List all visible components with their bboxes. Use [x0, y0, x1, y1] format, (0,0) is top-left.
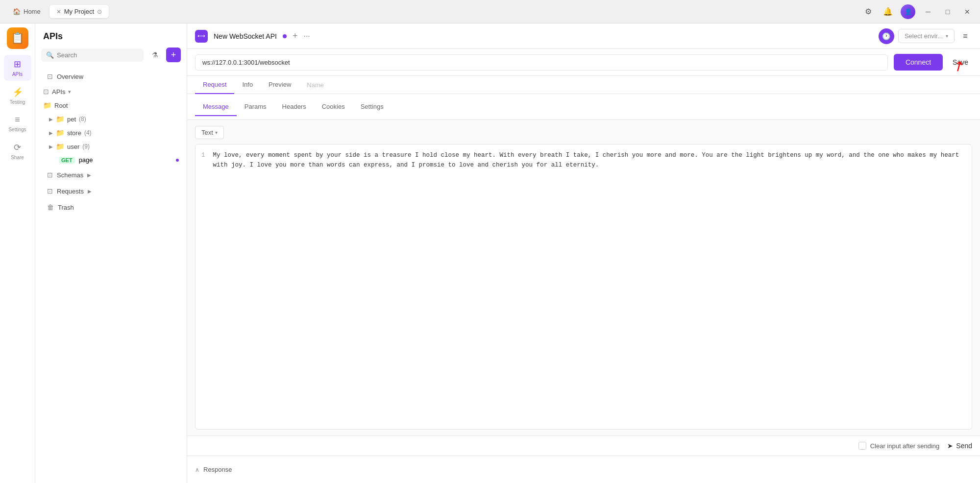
apis-section-label: APIs [52, 88, 65, 96]
tab-preview-label: Preview [269, 81, 291, 88]
share-nav-label: Share [11, 155, 24, 160]
format-selector[interactable]: Text ▾ [195, 126, 224, 139]
msg-tab-params[interactable]: Params [237, 98, 274, 116]
store-folder-label: store [67, 129, 81, 137]
format-label: Text [201, 129, 213, 136]
pet-chevron-icon: ▶ [49, 117, 53, 122]
env-select-dropdown[interactable]: Select envir... ▾ [898, 29, 955, 43]
avatar[interactable]: 👤 [901, 4, 915, 19]
nav-user-folder[interactable]: ▶ 📁 user (9) [35, 140, 187, 153]
nav-apis-section[interactable]: ⊡ APIs ▾ [35, 85, 187, 98]
trash-label: Trash [58, 204, 74, 211]
page-endpoint-label: page [79, 156, 93, 164]
msg-tab-params-label: Params [245, 103, 267, 110]
title-bar-actions: ⚙ 🔔 👤 ─ □ ✕ [861, 4, 974, 19]
project-settings-icon[interactable]: ⊙ [97, 8, 102, 15]
send-bar: Clear input after sending ➤ Send [187, 435, 980, 456]
app-logo: 📋 [7, 27, 28, 49]
add-button[interactable]: + [166, 48, 181, 62]
tab-project[interactable]: ✕ My Project ⊙ [49, 5, 109, 18]
message-text-content[interactable]: My love, every moment spent by your side… [213, 150, 966, 170]
code-line-1: 1 My love, every moment spent by your si… [201, 150, 966, 170]
tab-request[interactable]: Request [195, 76, 234, 94]
hamburger-menu-button[interactable]: ≡ [958, 29, 972, 43]
tab-home[interactable]: 🏠 Home [6, 5, 48, 18]
message-area: Text ▾ 1 My love, every moment spent by … [187, 120, 980, 435]
tab-strip: Request Info Preview Name [187, 76, 980, 94]
pet-folder-count: (8) [79, 116, 86, 122]
tab-info-label: Info [242, 81, 253, 88]
nav-trash[interactable]: 🗑 Trash [39, 199, 183, 215]
store-chevron-icon: ▶ [49, 130, 53, 136]
clear-input-checkbox[interactable] [858, 442, 866, 450]
sidebar-item-testing[interactable]: ⚡ Testing [4, 83, 31, 109]
project-close-icon[interactable]: ✕ [56, 8, 61, 15]
schemas-chevron-icon: ▶ [87, 172, 91, 178]
msg-tab-cookies-label: Cookies [322, 103, 345, 110]
user-folder-label: user [67, 143, 79, 150]
clear-input-text: Clear input after sending [870, 442, 940, 450]
msg-tab-headers[interactable]: Headers [274, 98, 314, 116]
apis-section-icon: ⊡ [43, 88, 49, 96]
nav-root[interactable]: 📁 Root [35, 98, 187, 112]
msg-tab-cookies[interactable]: Cookies [314, 98, 353, 116]
env-chevron-down-icon: ▾ [946, 33, 948, 39]
connect-button[interactable]: Connect [894, 54, 943, 71]
maximize-button[interactable]: □ [941, 5, 955, 19]
sidebar-item-settings[interactable]: ≡ Settings [4, 111, 31, 136]
add-tab-button[interactable]: + [293, 31, 298, 41]
msg-tab-settings-label: Settings [361, 103, 384, 110]
main-layout: 📋 ⊞ APIs ⚡ Testing ≡ Settings ⟳ Share AP… [0, 24, 980, 483]
send-button[interactable]: ➤ Send [947, 442, 972, 450]
schemas-label: Schemas [57, 171, 83, 179]
sidebar-item-share[interactable]: ⟳ Share [4, 138, 31, 164]
send-label: Send [956, 442, 972, 450]
minimize-button[interactable]: ─ [921, 5, 935, 19]
tab-info[interactable]: Info [234, 76, 261, 94]
format-chevron-icon: ▾ [215, 130, 218, 135]
nav-schemas[interactable]: ⊡ Schemas ▶ [39, 167, 183, 183]
more-options-button[interactable]: ··· [303, 32, 310, 41]
notification-icon[interactable]: 🔔 [881, 5, 895, 19]
code-editor[interactable]: 1 My love, every moment spent by your si… [195, 144, 972, 430]
nav-get-page-endpoint[interactable]: GET page [35, 153, 187, 167]
save-button[interactable]: Save ↗ [949, 54, 972, 70]
tab-preview[interactable]: Preview [261, 76, 299, 94]
line-number-1: 1 [201, 150, 205, 160]
apis-nav-label: APIs [12, 72, 23, 77]
msg-tab-message[interactable]: Message [195, 98, 237, 116]
search-input[interactable] [57, 51, 139, 59]
tab-name[interactable]: Name [299, 76, 332, 94]
websocket-icon: ⟷ [195, 30, 208, 43]
nav-overview[interactable]: ⊡ Overview [39, 69, 183, 84]
overview-label: Overview [57, 73, 83, 80]
store-folder-count: (4) [84, 129, 92, 136]
trash-icon: 🗑 [47, 203, 54, 211]
msg-tab-settings[interactable]: Settings [353, 98, 392, 116]
collapse-icon[interactable]: ∧ [195, 466, 199, 473]
user-chevron-icon: ▶ [49, 144, 53, 149]
testing-icon: ⚡ [12, 87, 23, 97]
sidebar-item-apis[interactable]: ⊞ APIs [4, 55, 31, 81]
endpoint-dot-indicator [176, 159, 179, 162]
home-tab-label: Home [24, 8, 41, 15]
clear-input-label[interactable]: Clear input after sending [858, 442, 940, 450]
user-folder-icon: 📁 [56, 143, 64, 150]
nav-pet-folder[interactable]: ▶ 📁 pet (8) [35, 112, 187, 126]
response-area[interactable]: ∧ Response [187, 456, 980, 483]
tab-request-label: Request [203, 81, 226, 88]
tab-name-label: Name [307, 81, 324, 89]
filter-button[interactable]: ⚗ [147, 48, 162, 62]
format-selector-row: Text ▾ [195, 126, 972, 139]
close-button[interactable]: ✕ [960, 5, 974, 19]
save-label: Save [953, 58, 968, 66]
top-bar: ⟷ New WebSocket API + ··· 🕐 Select envir… [187, 24, 980, 49]
history-button[interactable]: 🕐 [879, 28, 894, 44]
api-modified-indicator [283, 34, 287, 38]
clock-icon: 🕐 [882, 32, 890, 40]
url-input[interactable] [195, 54, 888, 71]
settings-icon[interactable]: ⚙ [861, 5, 875, 19]
nav-requests[interactable]: ⊡ Requests ▶ [39, 183, 183, 199]
requests-icon: ⊡ [47, 187, 53, 195]
nav-store-folder[interactable]: ▶ 📁 store (4) [35, 126, 187, 140]
